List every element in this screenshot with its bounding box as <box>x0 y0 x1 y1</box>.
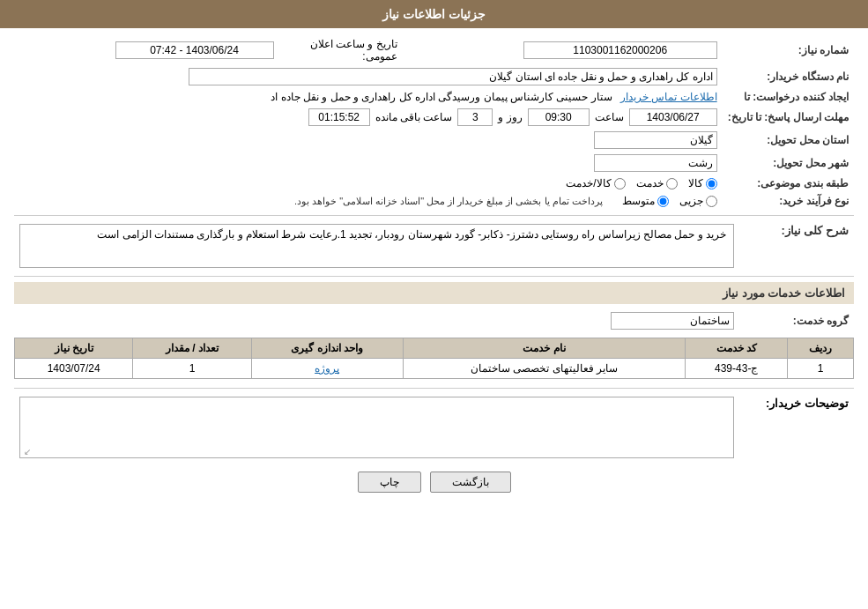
category-goods-label[interactable]: کالا <box>688 177 717 189</box>
main-info-table: شماره نیاز: تاریخ و ساعت اعلان عمومی: 14… <box>14 35 854 210</box>
category-row: کالا خدمت کالا/خدمت <box>14 175 723 192</box>
purchase-partial-radio[interactable] <box>706 196 717 207</box>
deadline-date-input <box>629 108 717 126</box>
need-number-value <box>403 35 723 65</box>
buyer-org-value <box>14 65 723 88</box>
category-service-text: خدمت <box>636 177 664 189</box>
creator-name: ستار حسینی کارشناس پیمان ورسیدگی اداره ک… <box>271 91 612 103</box>
description-table: شرح کلی نیاز: خرید و حمل مصالح زیراساس ر… <box>14 221 854 271</box>
service-group-input <box>611 312 734 330</box>
creator-contact-link[interactable]: اطلاعات تماس خریدار <box>620 91 717 103</box>
city-value <box>14 152 723 175</box>
announce-value: 1403/06/24 - 07:42 <box>14 35 279 65</box>
category-goods-text: کالا <box>688 177 703 189</box>
purchase-medium-radio[interactable] <box>657 196 669 207</box>
col-quantity: تعداد / مقدار <box>133 338 251 359</box>
category-label: طبقه بندی موضوعی: <box>723 175 854 192</box>
description-label: شرح کلی نیاز: <box>739 221 854 271</box>
services-table: ردیف کد خدمت نام خدمت واحد اندازه گیری ت… <box>14 338 854 379</box>
col-row: ردیف <box>788 338 854 359</box>
back-button[interactable]: بازگشت <box>430 472 511 493</box>
buttons-row: بازگشت چاپ <box>14 472 854 493</box>
deadline-label: مهلت ارسال پاسخ: تا تاریخ: <box>723 106 854 129</box>
province-input <box>594 131 717 149</box>
category-goods-radio[interactable] <box>706 178 717 189</box>
city-label: شهر محل تحویل: <box>723 152 854 175</box>
cell-date: 1403/07/24 <box>15 359 133 379</box>
deadline-time-input <box>528 108 590 126</box>
creator-label: ایجاد کننده درخواست: تا <box>723 88 854 106</box>
cell-name: سایر فعالیتهای تخصصی ساختمان <box>403 359 686 379</box>
deadline-days-input <box>457 108 493 126</box>
cell-quantity: 1 <box>133 359 251 379</box>
buyer-notes-box: ↙ <box>19 397 734 458</box>
print-button[interactable]: چاپ <box>358 472 421 493</box>
page-header: جزئیات اطلاعات نیاز <box>0 0 868 28</box>
purchase-medium-text: متوسط <box>622 195 655 207</box>
col-unit: واحد اندازه گیری <box>251 338 403 359</box>
table-row: 1 ج-43-439 سایر فعالیتهای تخصصی ساختمان … <box>15 359 854 379</box>
purchase-partial-label[interactable]: جزیی <box>679 195 717 207</box>
creator-row: اطلاعات تماس خریدار ستار حسینی کارشناس پ… <box>14 88 723 106</box>
cell-unit[interactable]: پروژه <box>251 359 403 379</box>
buyer-notes-label: توضیحات خریدار: <box>739 394 854 461</box>
announce-label: تاریخ و ساعت اعلان عمومی: <box>279 35 403 65</box>
page-title: جزئیات اطلاعات نیاز <box>382 7 486 21</box>
deadline-remaining-input <box>308 108 370 126</box>
description-value: خرید و حمل مصالح زیراساس راه روستایی دشت… <box>14 221 739 271</box>
purchase-type-row: جزیی متوسط پرداخت تمام یا بخشی از مبلغ خ… <box>14 192 723 210</box>
col-code: کد خدمت <box>686 338 788 359</box>
need-number-input <box>523 41 717 59</box>
deadline-time-label: ساعت <box>595 111 624 123</box>
col-date: تاریخ نیاز <box>15 338 133 359</box>
buyer-org-label: نام دستگاه خریدار: <box>723 65 854 88</box>
purchase-medium-label[interactable]: متوسط <box>622 195 669 207</box>
category-both-label[interactable]: کالا/خدمت <box>566 177 625 189</box>
purchase-partial-text: جزیی <box>679 195 703 207</box>
service-group-label: گروه خدمت: <box>739 309 854 332</box>
province-value <box>14 129 723 152</box>
category-both-radio[interactable] <box>614 178 626 189</box>
need-number-label: شماره نیاز: <box>723 35 854 65</box>
category-both-text: کالا/خدمت <box>566 177 611 189</box>
category-service-label[interactable]: خدمت <box>636 177 678 189</box>
buyer-notes-table: توضیحات خریدار: ↙ <box>14 394 854 461</box>
purchase-note: پرداخت تمام یا بخشی از مبلغ خریدار از مح… <box>294 196 603 207</box>
services-section-title: اطلاعات خدمات مورد نیاز <box>14 282 854 304</box>
deadline-remaining-label: ساعت باقی مانده <box>375 111 453 123</box>
resize-handle: ↙ <box>22 447 31 456</box>
deadline-row: ساعت روز و ساعت باقی مانده <box>14 106 723 129</box>
category-service-radio[interactable] <box>666 178 678 189</box>
service-group-value <box>14 309 739 332</box>
cell-code: ج-43-439 <box>686 359 788 379</box>
buyer-notes-cell: ↙ <box>14 394 739 461</box>
purchase-type-label: نوع فرآیند خرید: <box>723 192 854 210</box>
description-box: خرید و حمل مصالح زیراساس راه روستایی دشت… <box>19 224 734 268</box>
col-name: نام خدمت <box>403 338 686 359</box>
cell-row: 1 <box>788 359 854 379</box>
city-input <box>594 154 717 172</box>
service-group-table: گروه خدمت: <box>14 309 854 332</box>
buyer-org-input <box>189 68 717 85</box>
deadline-days-label: روز و <box>498 111 522 123</box>
province-label: استان محل تحویل: <box>723 129 854 152</box>
announce-date-box: 1403/06/24 - 07:42 <box>115 41 274 59</box>
